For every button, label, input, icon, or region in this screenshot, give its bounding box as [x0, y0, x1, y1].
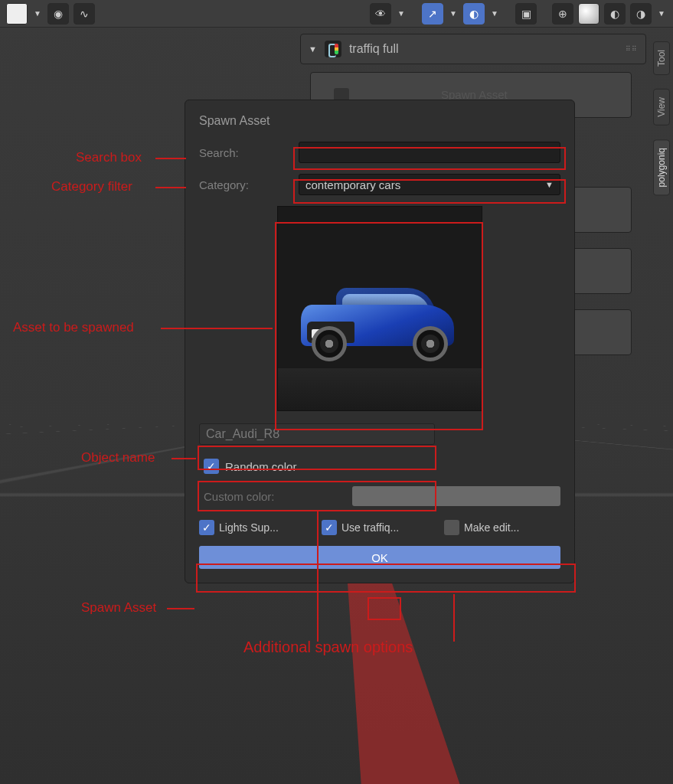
disclosure-triangle-icon[interactable]: ▼ [309, 44, 317, 54]
drag-handle-icon[interactable]: ⠿⠿ [626, 45, 638, 53]
option-traffiq-label: Use traffiq... [341, 521, 399, 534]
shading-solid-icon[interactable] [578, 3, 599, 24]
annotation-spawn: Spawn Asset [81, 600, 156, 616]
falloff-icon[interactable]: ∿ [74, 3, 95, 24]
viewport-header: ▼ ◉ ∿ 👁 ▼ ↗ ▼ ◐ ▼ ▣ ⊕ ◐ ◑ ▼ [0, 0, 673, 28]
option-lights-checkbox[interactable]: ✓ [199, 520, 214, 535]
option-editable-checkbox[interactable]: ✓ [444, 520, 459, 535]
annotation-line-preview [161, 328, 273, 329]
option-traffiq[interactable]: ✓ Use traffiq... [322, 520, 438, 535]
annotation-line-category [155, 187, 186, 188]
addon-panel-header[interactable]: ▼ traffiq full ⠿⠿ [300, 34, 646, 64]
object-mode-dropdown[interactable]: ▼ [32, 3, 43, 24]
popover-title: Spawn Asset [199, 114, 560, 128]
option-traffiq-checkbox[interactable]: ✓ [322, 520, 337, 535]
shading-dropdown[interactable]: ▼ [656, 3, 667, 24]
annotation-vline-1 [317, 511, 319, 642]
annotation-line-spawn [167, 608, 194, 609]
rail-tab-tool[interactable]: Tool [653, 41, 670, 75]
overlay-dropdown[interactable]: ▼ [489, 3, 500, 24]
option-editable[interactable]: ✓ Make edit... [444, 520, 560, 535]
option-editable-label: Make edit... [464, 521, 519, 534]
visibility-dropdown[interactable]: ▼ [396, 3, 407, 24]
addon-name: traffiq full [349, 42, 399, 56]
visibility-icon[interactable]: 👁 [370, 3, 391, 24]
search-label: Search: [199, 146, 299, 159]
annotation-preview: Asset to be spawned [13, 320, 134, 335]
redbox-randomcolor [198, 481, 436, 511]
xray-icon[interactable]: ▣ [515, 3, 537, 24]
rail-tab-polygoniq[interactable]: polygoniq [653, 139, 670, 195]
category-label: Category: [199, 178, 299, 191]
annotation-line-objname [172, 458, 196, 459]
redbox-options [196, 564, 576, 593]
gizmo-dropdown[interactable]: ▼ [448, 3, 459, 24]
redbox-search [293, 147, 566, 170]
pivot-icon[interactable]: ◉ [47, 3, 69, 24]
redbox-ok [368, 597, 401, 620]
redbox-objectname [198, 446, 436, 470]
annotation-vline-2 [453, 594, 455, 642]
overlay-icon[interactable]: ◐ [463, 3, 485, 24]
ok-label: OK [371, 551, 388, 564]
rail-tab-view[interactable]: View [653, 89, 670, 126]
option-lights-label: Lights Sup... [219, 521, 279, 534]
shading-render-icon[interactable]: ◑ [630, 3, 652, 24]
annotation-search: Search box [76, 150, 142, 165]
shading-wire-icon[interactable]: ⊕ [552, 3, 573, 24]
object-name-value: Car_Audi_R8 [206, 427, 279, 440]
gizmo-icon[interactable]: ↗ [422, 3, 443, 24]
traffiq-logo-icon [325, 41, 341, 57]
annotation-category: Category filter [51, 179, 132, 194]
annotation-line-search [155, 158, 186, 159]
npanel-rail: Tool View polygoniq [650, 28, 673, 195]
redbox-category [293, 179, 566, 204]
shading-matprev-icon[interactable]: ◐ [604, 3, 626, 24]
redbox-preview [275, 222, 483, 430]
annotation-objectname: Object name [81, 450, 155, 466]
annotation-additional: Additional spawn options [243, 639, 413, 656]
object-mode-icon[interactable] [6, 3, 28, 24]
option-lights[interactable]: ✓ Lights Sup... [199, 520, 315, 535]
additional-options-row: ✓ Lights Sup... ✓ Use traffiq... ✓ Make … [199, 520, 560, 535]
